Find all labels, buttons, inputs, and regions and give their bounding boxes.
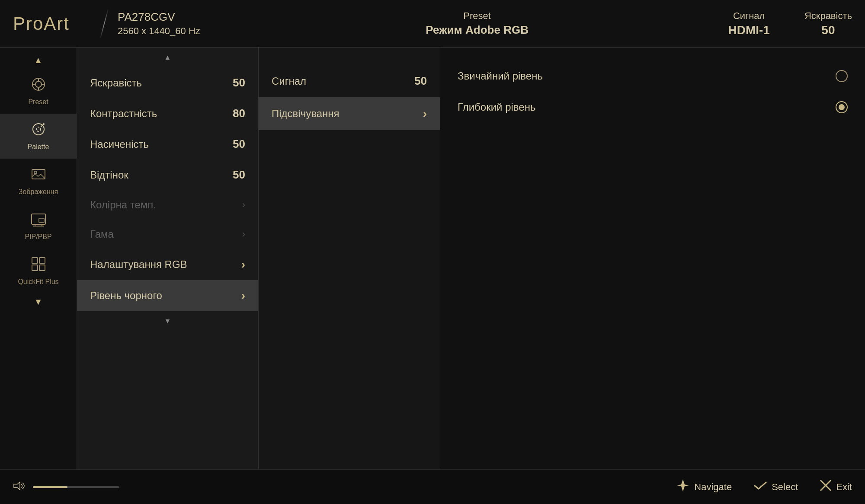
sidebar-item-quickfit[interactable]: QuickFit Plus — [0, 249, 77, 293]
saturation-val: 50 — [233, 137, 245, 151]
svg-rect-20 — [39, 265, 45, 271]
svg-rect-10 — [32, 169, 45, 179]
menu-item-gamma: Гама › — [77, 220, 258, 249]
volume-control — [13, 481, 134, 494]
contrast-val: 80 — [233, 107, 245, 120]
header-center: Preset Режим Adobe RGB — [226, 10, 728, 37]
gamma-name: Гама — [90, 228, 114, 240]
header: ProArt PA278CGV 2560 x 1440_60 Hz Preset… — [0, 0, 865, 48]
menu-item-hue[interactable]: Відтінок 50 — [77, 159, 258, 190]
volume-fill — [33, 486, 67, 488]
sidebar-item-pip[interactable]: PIP/PBP — [0, 204, 77, 249]
signal-sub-value: 50 — [414, 74, 427, 88]
contrast-name: Контрастність — [90, 108, 157, 120]
option-normal-label: Звичайний рівень — [458, 70, 543, 82]
signal-value: HDMI-1 — [728, 23, 769, 37]
hue-val: 50 — [233, 168, 245, 182]
select-icon — [753, 480, 767, 494]
palette-icon — [31, 121, 46, 140]
quickfit-icon — [31, 256, 46, 275]
header-divider — [100, 9, 109, 39]
brightness-block: Яскравість 50 — [804, 10, 852, 37]
panel-1: ▲ Яскравість 50 Контрастність 80 Насичен… — [77, 48, 259, 469]
option-normal[interactable]: Звичайний рівень — [458, 61, 848, 92]
preset-icon — [31, 77, 46, 96]
saturation-name: Насиченість — [90, 138, 149, 150]
option-deep-label: Глибокий рівень — [458, 101, 535, 113]
sidebar-item-preset-label: Preset — [28, 98, 48, 106]
menu-item-contrast[interactable]: Контрастність 80 — [77, 98, 258, 129]
svg-rect-13 — [39, 218, 44, 223]
svg-point-11 — [34, 171, 37, 174]
sidebar-item-preset[interactable]: Preset — [0, 69, 77, 114]
submenu-item-backlight[interactable]: Підсвічування › — [259, 97, 440, 130]
signal-label: Сигнал — [728, 10, 769, 22]
navigate-btn[interactable]: Navigate — [676, 478, 732, 495]
sidebar-item-image-label: Зображення — [19, 188, 58, 196]
rgb-arrow: › — [241, 258, 245, 271]
backlight-name: Підсвічування — [272, 108, 340, 120]
option-normal-radio[interactable] — [836, 70, 848, 82]
panel1-down-arrow[interactable]: ▼ — [77, 311, 258, 331]
hue-name: Відтінок — [90, 169, 128, 181]
preset-value: Режим Adobe RGB — [226, 23, 728, 37]
sidebar-up-arrow[interactable]: ▲ — [31, 52, 46, 69]
color-temp-name: Колірна темп. — [90, 199, 156, 211]
svg-rect-19 — [32, 265, 38, 271]
select-label: Select — [772, 482, 798, 493]
menu-item-color-temp: Колірна темп. › — [77, 190, 258, 220]
svg-point-7 — [36, 127, 41, 131]
svg-rect-18 — [39, 258, 45, 263]
menu-item-saturation[interactable]: Насиченість 50 — [77, 129, 258, 159]
menu-item-black-level[interactable]: Рівень чорного › — [77, 280, 258, 311]
signal-block: Сигнал HDMI-1 — [728, 10, 769, 37]
brightness-label: Яскравість — [804, 10, 852, 22]
logo: ProArt — [13, 13, 70, 34]
svg-rect-17 — [32, 258, 38, 263]
exit-btn[interactable]: Exit — [820, 479, 852, 494]
select-btn[interactable]: Select — [753, 480, 798, 494]
header-right: Сигнал HDMI-1 Яскравість 50 — [728, 10, 852, 37]
panel-3: Звичайний рівень Глибокий рівень — [440, 48, 865, 469]
brightness-value: 50 — [804, 23, 852, 37]
logo-area: ProArt — [13, 13, 91, 34]
menu-item-rgb[interactable]: Налаштування RGB › — [77, 249, 258, 280]
sidebar-item-quickfit-label: QuickFit Plus — [18, 278, 58, 286]
svg-marker-21 — [14, 482, 20, 490]
panel1-up-arrow[interactable]: ▲ — [77, 48, 258, 67]
model-name: PA278CGV — [118, 10, 200, 24]
color-temp-arrow: › — [242, 199, 245, 211]
panel-2: Сигнал 50 Підсвічування › — [259, 48, 440, 469]
option-deep[interactable]: Глибокий рівень — [458, 92, 848, 123]
navigate-icon — [676, 478, 690, 495]
navigate-label: Navigate — [694, 482, 732, 493]
content-area: ▲ Яскравість 50 Контрастність 80 Насичен… — [77, 48, 865, 469]
option-deep-radio[interactable] — [836, 101, 848, 113]
pip-icon — [31, 211, 46, 230]
header-model: PA278CGV 2560 x 1440_60 Hz — [118, 10, 226, 37]
preset-label: Preset — [226, 10, 728, 22]
sidebar-item-palette[interactable]: Palette — [0, 114, 77, 159]
model-resolution: 2560 x 1440_60 Hz — [118, 26, 200, 37]
exit-label: Exit — [836, 482, 852, 493]
gamma-arrow: › — [242, 229, 245, 240]
main-layout: ▲ Preset — [0, 48, 865, 469]
image-icon — [31, 166, 46, 185]
brightness-val: 50 — [233, 76, 245, 89]
menu-item-brightness[interactable]: Яскравість 50 — [77, 67, 258, 98]
sidebar-item-image[interactable]: Зображення — [0, 159, 77, 204]
black-level-arrow: › — [241, 289, 245, 303]
volume-bar[interactable] — [33, 486, 119, 488]
svg-point-1 — [35, 81, 42, 87]
sidebar: ▲ Preset — [0, 48, 77, 469]
svg-point-9 — [43, 123, 45, 125]
sidebar-item-palette-label: Palette — [28, 143, 49, 151]
signal-sub-name: Сигнал — [272, 75, 306, 87]
sidebar-down-arrow[interactable]: ▼ — [31, 293, 46, 310]
backlight-arrow: › — [423, 107, 427, 121]
black-level-name: Рівень чорного — [90, 290, 162, 302]
exit-icon — [820, 479, 832, 494]
brightness-name: Яскравість — [90, 77, 142, 89]
sidebar-item-pip-label: PIP/PBP — [25, 233, 51, 241]
submenu-item-signal[interactable]: Сигнал 50 — [259, 65, 440, 97]
